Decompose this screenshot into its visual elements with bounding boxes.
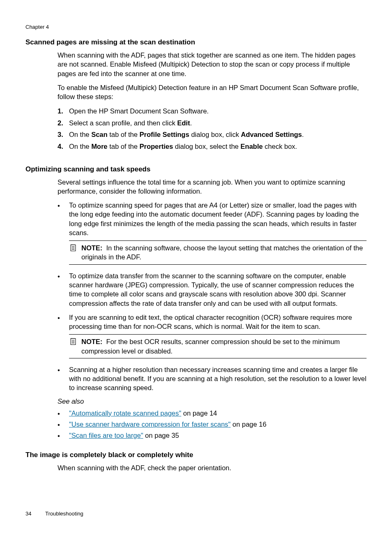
- footer-section: Troubleshooting: [45, 511, 83, 517]
- page-footer: 34 Troubleshooting: [25, 511, 83, 517]
- see-also-list: • "Automatically rotate scanned pages" o…: [58, 409, 367, 441]
- paragraph: When scanning with the ADF, pages that s…: [58, 51, 367, 78]
- bullet-text: If you are scanning to edit text, the op…: [69, 313, 367, 331]
- bullet-icon: •: [58, 431, 69, 440]
- step-number: 2.: [58, 118, 69, 129]
- bullet-icon: •: [58, 409, 69, 418]
- bullet-icon: •: [58, 420, 69, 429]
- note-text: NOTE: For the best OCR results, scanner …: [81, 337, 367, 356]
- link-auto-rotate[interactable]: "Automatically rotate scanned pages": [69, 409, 181, 417]
- bullet-icon: •: [58, 365, 69, 393]
- paragraph: When scanning with the ADF, check the pa…: [58, 463, 367, 472]
- bullet-text: To optimize data transfer from the scann…: [69, 271, 367, 308]
- list-item: • Scanning at a higher resolution than n…: [58, 365, 367, 393]
- see-also-label: See also: [58, 397, 367, 405]
- link-tail: on page 14: [181, 409, 217, 417]
- link-hardware-compression[interactable]: "Use scanner hardware compression for fa…: [69, 421, 231, 428]
- page-number: 34: [25, 511, 45, 517]
- list-item: • "Automatically rotate scanned pages" o…: [58, 409, 367, 418]
- list-item: 2. Select a scan profile, and then click…: [58, 118, 367, 129]
- note-text: NOTE: In the scanning software, choose t…: [81, 243, 367, 262]
- link-tail: on page 35: [143, 432, 179, 439]
- link-tail: on page 16: [231, 421, 266, 428]
- list-item: 1. Open the HP Smart Document Scan Softw…: [58, 106, 367, 117]
- bullet-text: Scanning at a higher resolution than nec…: [69, 365, 367, 393]
- link-scan-files-large[interactable]: "Scan files are too large": [69, 432, 143, 439]
- note-box: NOTE: For the best OCR results, scanner …: [69, 334, 367, 358]
- bullet-icon: •: [58, 313, 69, 360]
- list-item: • "Use scanner hardware compression for …: [58, 420, 367, 429]
- list-item: • To optimize scanning speed for pages t…: [58, 201, 367, 266]
- step-text: Open the HP Smart Document Scan Software…: [69, 106, 209, 117]
- heading-scanned-pages-missing: Scanned pages are missing at the scan de…: [25, 38, 367, 46]
- chapter-header: Chapter 4: [25, 24, 367, 30]
- heading-optimizing-speeds: Optimizing scanning and task speeds: [25, 165, 367, 173]
- step-number: 4.: [58, 141, 69, 152]
- paragraph: To enable the Misfeed (Multipick) Detect…: [58, 83, 367, 102]
- step-text: On the More tab of the Properties dialog…: [69, 141, 297, 152]
- list-item: • To optimize data transfer from the sca…: [58, 271, 367, 308]
- note-box: NOTE: In the scanning software, choose t…: [69, 240, 367, 265]
- note-icon: [69, 243, 81, 262]
- step-number: 1.: [58, 106, 69, 117]
- step-number: 3.: [58, 129, 69, 140]
- list-item: • If you are scanning to edit text, the …: [58, 313, 367, 360]
- note-icon: [69, 337, 81, 356]
- list-item: 3. On the Scan tab of the Profile Settin…: [58, 129, 367, 140]
- bullet-icon: •: [58, 201, 69, 266]
- list-item: 4. On the More tab of the Properties dia…: [58, 141, 367, 152]
- list-item: • "Scan files are too large" on page 35: [58, 431, 367, 440]
- bullet-icon: •: [58, 271, 69, 308]
- ordered-list: 1. Open the HP Smart Document Scan Softw…: [58, 106, 367, 152]
- step-text: Select a scan profile, and then click Ed…: [69, 118, 192, 129]
- bullet-list: • To optimize scanning speed for pages t…: [58, 201, 367, 393]
- heading-black-or-white: The image is completely black or complet…: [25, 451, 367, 459]
- paragraph: Several settings influence the total tim…: [58, 178, 367, 196]
- step-text: On the Scan tab of the Profile Settings …: [69, 129, 304, 140]
- bullet-text: To optimize scanning speed for pages tha…: [69, 201, 367, 237]
